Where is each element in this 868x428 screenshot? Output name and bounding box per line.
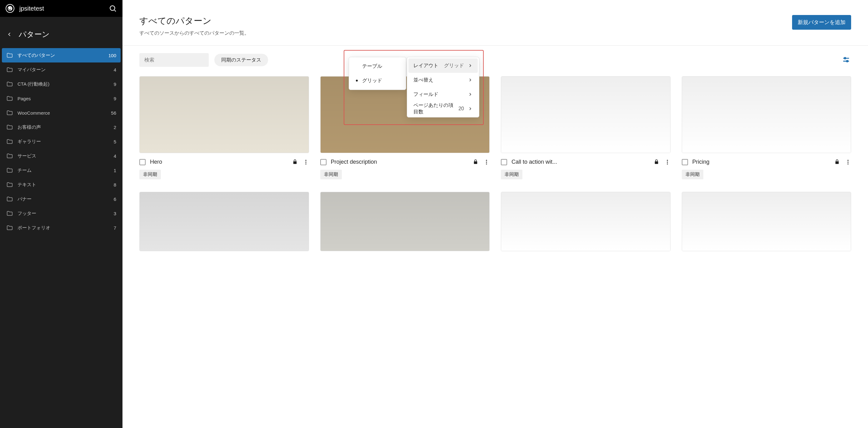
sync-badge: 非同期 <box>682 170 703 179</box>
sidebar-item-label: サービス <box>18 153 110 159</box>
sidebar-item-9[interactable]: テキスト8 <box>0 178 122 192</box>
folder-icon <box>6 52 13 59</box>
sync-status-filter[interactable]: 同期のステータス <box>214 54 268 66</box>
chevron-right-icon <box>468 78 473 83</box>
sidebar-item-label: テキスト <box>18 182 110 188</box>
layout-option-table[interactable]: テーブル <box>349 59 406 73</box>
sidebar-item-2[interactable]: CTA (行動喚起)9 <box>0 77 122 91</box>
more-actions-button[interactable] <box>484 159 490 165</box>
sidebar-item-12[interactable]: ポートフォリオ7 <box>0 220 122 235</box>
sidebar-item-6[interactable]: ギャラリー5 <box>0 134 122 149</box>
pattern-title[interactable]: Hero <box>150 159 288 165</box>
pattern-thumbnail[interactable] <box>682 76 851 153</box>
lock-icon <box>834 159 840 165</box>
wordpress-logo[interactable] <box>6 4 14 13</box>
pattern-thumbnail[interactable] <box>682 192 851 251</box>
svg-point-15 <box>847 163 848 164</box>
lock-icon <box>654 159 660 165</box>
layout-option-grid[interactable]: グリッド <box>349 73 406 88</box>
chevron-right-icon <box>468 63 473 68</box>
sidebar-title: パターン <box>19 29 50 39</box>
selected-dot-icon <box>356 80 358 82</box>
svg-point-3 <box>846 60 848 62</box>
sidebar-item-count: 4 <box>114 67 116 72</box>
svg-point-12 <box>667 163 668 164</box>
folder-icon <box>6 109 13 116</box>
search-icon[interactable] <box>109 4 117 12</box>
pattern-card: Call to action wit...非同期 <box>501 76 671 179</box>
menu-fields[interactable]: フィールド <box>408 87 478 101</box>
menu-layout[interactable]: レイアウト グリッド <box>408 58 478 73</box>
pattern-card <box>682 192 851 251</box>
pattern-thumbnail[interactable] <box>320 192 490 251</box>
chevron-right-icon <box>468 92 473 97</box>
sidebar-item-label: マイパターン <box>18 67 110 73</box>
svg-point-2 <box>844 58 846 59</box>
select-checkbox[interactable] <box>682 159 688 165</box>
more-actions-button[interactable] <box>664 159 671 165</box>
sidebar-item-7[interactable]: サービス4 <box>0 149 122 163</box>
menu-perpage[interactable]: ページあたりの項目数 20 <box>408 101 478 116</box>
sidebar-item-count: 100 <box>108 53 116 58</box>
sidebar-item-label: フッター <box>18 211 110 216</box>
sidebar-item-count: 1 <box>114 168 116 173</box>
svg-point-6 <box>305 163 306 164</box>
folder-icon <box>6 181 13 188</box>
folder-icon <box>6 224 13 231</box>
sidebar-item-count: 4 <box>114 153 116 159</box>
svg-point-10 <box>667 160 668 160</box>
pattern-thumbnail[interactable] <box>501 76 671 153</box>
sidebar-item-0[interactable]: すべてのパターン100 <box>2 48 121 62</box>
sidebar-item-count: 56 <box>111 110 116 116</box>
sidebar-item-1[interactable]: マイパターン4 <box>0 62 122 77</box>
search-input[interactable] <box>144 57 207 63</box>
folder-icon <box>6 195 13 203</box>
sidebar-item-4[interactable]: WooCommerce56 <box>0 105 122 120</box>
sidebar-item-3[interactable]: Pages9 <box>0 91 122 105</box>
back-icon[interactable] <box>6 31 12 37</box>
sidebar-item-10[interactable]: バナー6 <box>0 192 122 206</box>
search-input-wrap[interactable] <box>140 53 209 67</box>
svg-point-4 <box>305 160 306 160</box>
pattern-thumbnail[interactable] <box>501 192 671 251</box>
add-pattern-button[interactable]: 新規パターンを追加 <box>792 15 851 30</box>
pattern-thumbnail[interactable] <box>140 192 309 251</box>
svg-point-8 <box>486 161 487 162</box>
pattern-card <box>140 192 309 251</box>
folder-icon <box>6 138 13 145</box>
sidebar-item-8[interactable]: チーム1 <box>0 163 122 178</box>
select-checkbox[interactable] <box>140 159 146 165</box>
pattern-thumbnail[interactable] <box>140 76 309 153</box>
pattern-title[interactable]: Project description <box>331 159 469 165</box>
select-checkbox[interactable] <box>320 159 327 165</box>
svg-point-11 <box>667 161 668 162</box>
sidebar-item-count: 7 <box>114 225 116 231</box>
pattern-title[interactable]: Pricing <box>692 159 830 165</box>
sidebar-item-5[interactable]: お客様の声2 <box>0 120 122 134</box>
sync-badge: 非同期 <box>501 170 522 179</box>
pattern-card <box>320 192 490 251</box>
sidebar-item-label: チーム <box>18 167 110 173</box>
svg-point-7 <box>486 160 487 160</box>
more-actions-button[interactable] <box>845 159 851 165</box>
folder-icon <box>6 81 13 88</box>
select-checkbox[interactable] <box>501 159 507 165</box>
site-name[interactable]: jpsitetest <box>19 5 104 12</box>
sidebar-item-count: 6 <box>114 196 116 202</box>
pattern-title[interactable]: Call to action wit... <box>512 159 649 165</box>
folder-icon <box>6 124 13 130</box>
folder-icon <box>6 210 13 217</box>
sidebar-item-label: WooCommerce <box>18 110 106 116</box>
sidebar-item-11[interactable]: フッター3 <box>0 206 122 220</box>
sidebar-item-label: すべてのパターン <box>18 53 104 58</box>
sidebar-item-count: 9 <box>114 96 116 101</box>
folder-icon <box>6 167 13 174</box>
pattern-card <box>501 192 671 251</box>
pattern-card: Pricing非同期 <box>682 76 851 179</box>
svg-point-13 <box>847 160 848 160</box>
more-actions-button[interactable] <box>303 159 309 165</box>
menu-sort[interactable]: 並べ替え <box>408 73 478 87</box>
folder-icon <box>6 95 13 102</box>
view-options-button[interactable] <box>842 55 851 65</box>
lock-icon <box>473 159 479 165</box>
